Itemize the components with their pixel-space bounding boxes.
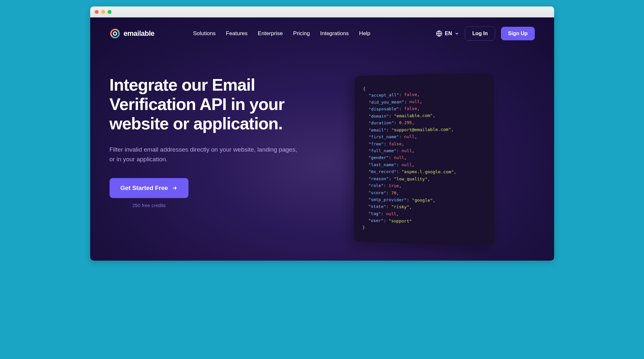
code-line: "full_name": null, — [362, 147, 485, 155]
window-maximize-icon[interactable] — [108, 10, 111, 14]
globe-icon — [436, 30, 442, 37]
browser-frame: emailable Solutions Features Enterprise … — [90, 6, 554, 261]
svg-point-0 — [111, 29, 119, 38]
nav-link-integrations[interactable]: Integrations — [320, 30, 349, 37]
chevron-down-icon — [455, 31, 459, 36]
language-label: EN — [445, 31, 452, 36]
code-sample-card: { "accept_all": false,"did_you_mean": nu… — [354, 73, 495, 245]
page-content: emailable Solutions Features Enterprise … — [90, 17, 554, 261]
hero-section: Integrate our Email Verification API in … — [110, 50, 535, 261]
code-line: "role": true, — [362, 182, 485, 190]
nav-link-enterprise[interactable]: Enterprise — [258, 30, 283, 37]
code-line: "gender": null, — [362, 154, 485, 161]
code-line: "free": false, — [362, 140, 485, 147]
logo-icon — [110, 28, 120, 39]
navbar: emailable Solutions Features Enterprise … — [110, 17, 535, 50]
nav-link-solutions[interactable]: Solutions — [193, 30, 216, 37]
get-started-button[interactable]: Get Started Free — [110, 178, 189, 198]
hero-subhead: Filter invalid email addresses directly … — [110, 145, 303, 164]
window-minimize-icon[interactable] — [101, 10, 105, 14]
svg-point-1 — [113, 32, 116, 35]
nav-link-help[interactable]: Help — [359, 30, 370, 37]
code-line: "reason": "low_quality", — [362, 175, 485, 183]
code-body: "accept_all": false,"did_you_mean": null… — [362, 90, 485, 226]
signup-button[interactable]: Sign Up — [501, 27, 534, 40]
code-line: "first_name": null, — [363, 133, 485, 140]
nav-link-features[interactable]: Features — [226, 30, 247, 37]
credits-note: 250 free credits — [132, 203, 166, 208]
code-line: "last_name": null, — [362, 161, 485, 169]
browser-titlebar — [90, 6, 554, 17]
hero-text: Integrate our Email Verification API in … — [110, 75, 335, 208]
hero-headline: Integrate our Email Verification API in … — [110, 75, 335, 133]
cta-wrap: Get Started Free 250 free credits — [110, 178, 189, 208]
nav-actions: EN Log In Sign Up — [436, 26, 535, 41]
nav-links: Solutions Features Enterprise Pricing In… — [193, 30, 370, 37]
login-button[interactable]: Log In — [465, 26, 495, 41]
cta-label: Get Started Free — [120, 184, 168, 192]
code-line: "mx_record": "aspmx.l.google.com", — [362, 168, 485, 175]
brand-name: emailable — [124, 29, 155, 38]
arrow-right-icon — [172, 185, 178, 191]
code-line: "email": "support@emailable.com", — [363, 125, 485, 134]
window-close-icon[interactable] — [95, 10, 99, 14]
language-selector[interactable]: EN — [436, 30, 459, 37]
brand-logo[interactable]: emailable — [110, 28, 155, 39]
nav-link-pricing[interactable]: Pricing — [293, 30, 310, 37]
